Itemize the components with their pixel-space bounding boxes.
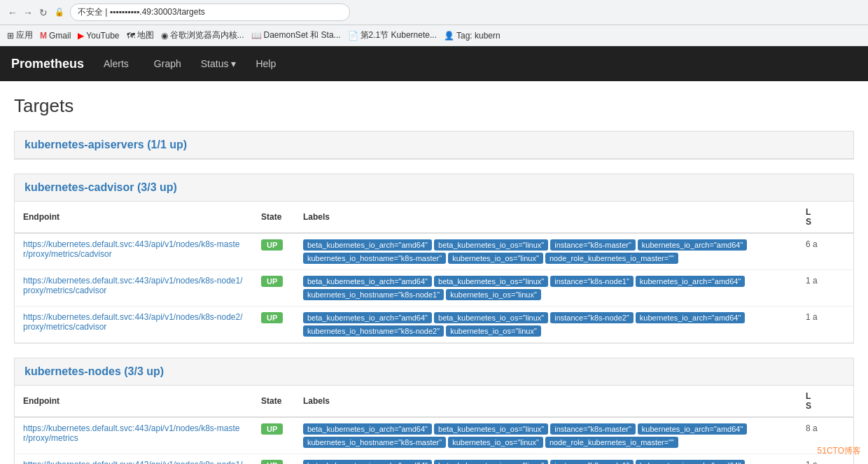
table-row: https://kubernetes.default.svc:443/api/v… bbox=[15, 307, 853, 343]
label-badge: beta_kubernetes_io_arch="amd64" bbox=[303, 423, 432, 435]
label-badge: beta_kubernetes_io_arch="amd64" bbox=[303, 276, 432, 287]
label-badge: beta_kubernetes_io_os="linux" bbox=[434, 276, 548, 287]
endpoint-link[interactable]: https://kubernetes.default.svc:443/api/v… bbox=[23, 239, 240, 259]
table-row: https://kubernetes.default.svc:443/api/v… bbox=[15, 417, 853, 454]
group-header-cadvisor: kubernetes-cadvisor (3/3 up) bbox=[15, 174, 853, 202]
label-container: beta_kubernetes_io_arch="amd64"beta_kube… bbox=[303, 276, 789, 300]
label-badge: kubernetes_io_hostname="k8s-node1" bbox=[303, 289, 444, 300]
col-header-endpoint-nodes: Endpoint bbox=[15, 386, 253, 417]
label-badge: instance="k8s-node1" bbox=[550, 460, 634, 464]
group-header-nodes: kubernetes-nodes (3/3 up) bbox=[15, 358, 853, 386]
book-icon: 📖 bbox=[251, 31, 262, 41]
bookmark-apps[interactable]: ⊞ 应用 bbox=[7, 29, 33, 41]
last-scrape: 1 a bbox=[797, 270, 853, 307]
status-badge: UP bbox=[261, 460, 283, 464]
table-row: https://kubernetes.default.svc:443/api/v… bbox=[15, 454, 853, 465]
label-badge: beta_kubernetes_io_arch="amd64" bbox=[303, 460, 432, 464]
browser-bar: ← → ↻ 🔓 不安全 | ▪▪▪▪▪▪▪▪▪▪.49:30003/target… bbox=[0, 0, 868, 25]
apps-icon: ⊞ bbox=[7, 31, 14, 41]
endpoint-link[interactable]: https://kubernetes.default.svc:443/api/v… bbox=[23, 460, 243, 464]
col-header-labels: Labels bbox=[295, 202, 797, 233]
label-badge: instance="k8s-master" bbox=[550, 423, 636, 435]
label-badge: instance="k8s-master" bbox=[550, 239, 636, 251]
label-badge: instance="k8s-node1" bbox=[550, 276, 634, 287]
group-title-apiservers[interactable]: kubernetes-apiservers (1/1 up) bbox=[24, 139, 187, 150]
bookmark-k8s[interactable]: 📄 第2.1节 Kubernete... bbox=[348, 29, 437, 41]
label-badge: beta_kubernetes_io_arch="amd64" bbox=[303, 239, 432, 251]
label-container: beta_kubernetes_io_arch="amd64"beta_kube… bbox=[303, 239, 789, 264]
label-badge: kubernetes_io_os="linux" bbox=[446, 289, 541, 300]
youtube-icon: ▶ bbox=[78, 31, 84, 41]
doc-icon: 📄 bbox=[348, 31, 358, 41]
bookmarks-bar: ⊞ 应用 M Gmail ▶ YouTube 🗺 地图 ◉ 谷歌浏览器高内核..… bbox=[0, 25, 868, 46]
target-group-nodes: kubernetes-nodes (3/3 up) Endpoint State… bbox=[14, 358, 854, 464]
bookmark-youtube[interactable]: ▶ YouTube bbox=[78, 31, 119, 41]
target-group-apiservers: kubernetes-apiservers (1/1 up) bbox=[14, 131, 854, 160]
page-title: Targets bbox=[14, 95, 854, 117]
navbar: Prometheus Alerts Graph Status ▾ Help bbox=[0, 46, 868, 81]
last-scrape: 1 a bbox=[797, 307, 853, 343]
label-badge: beta_kubernetes_io_os="linux" bbox=[434, 312, 548, 323]
group-title-cadvisor[interactable]: kubernetes-cadvisor (3/3 up) bbox=[24, 181, 177, 193]
bookmark-maps[interactable]: 🗺 地图 bbox=[127, 29, 154, 41]
navbar-brand: Prometheus bbox=[11, 57, 84, 71]
group-header-apiservers: kubernetes-apiservers (1/1 up) bbox=[15, 132, 853, 159]
label-container: beta_kubernetes_io_arch="amd64"beta_kube… bbox=[303, 460, 789, 464]
chrome-icon: ◉ bbox=[161, 31, 168, 41]
nav-status[interactable]: Status ▾ bbox=[201, 58, 237, 69]
url-bar[interactable]: 不安全 | ▪▪▪▪▪▪▪▪▪▪.49:30003/targets bbox=[70, 3, 350, 21]
nav-alerts[interactable]: Alerts bbox=[98, 48, 134, 79]
bookmark-chrome[interactable]: ◉ 谷歌浏览器高内核... bbox=[161, 29, 244, 41]
status-badge: UP bbox=[261, 239, 283, 251]
bookmark-daemonset[interactable]: 📖 DaemonSet 和 Sta... bbox=[251, 29, 341, 41]
forward-button[interactable]: → bbox=[22, 7, 34, 18]
status-badge: UP bbox=[261, 312, 283, 323]
col-header-labels-nodes: Labels bbox=[295, 386, 797, 417]
status-badge: UP bbox=[261, 423, 283, 435]
dropdown-chevron-icon: ▾ bbox=[231, 58, 236, 69]
label-badge: kubernetes_io_hostname="k8s-node2" bbox=[303, 325, 444, 337]
group-title-nodes[interactable]: kubernetes-nodes (3/3 up) bbox=[24, 365, 164, 377]
gmail-icon: M bbox=[40, 31, 47, 41]
reload-button[interactable]: ↻ bbox=[38, 7, 49, 18]
maps-icon: 🗺 bbox=[127, 31, 135, 41]
label-container: beta_kubernetes_io_arch="amd64"beta_kube… bbox=[303, 312, 789, 337]
table-row: https://kubernetes.default.svc:443/api/v… bbox=[15, 233, 853, 270]
status-badge: UP bbox=[261, 276, 283, 287]
col-header-last: LS bbox=[797, 202, 853, 233]
nav-graph[interactable]: Graph bbox=[148, 48, 187, 79]
table-row: https://kubernetes.default.svc:443/api/v… bbox=[15, 270, 853, 307]
label-badge: beta_kubernetes_io_os="linux" bbox=[434, 460, 548, 464]
label-badge: beta_kubernetes_io_arch="amd64" bbox=[303, 312, 432, 323]
page-content: Targets kubernetes-apiservers (1/1 up) k… bbox=[0, 81, 868, 464]
col-header-last-nodes: LS bbox=[797, 386, 853, 417]
label-badge: kubernetes_io_arch="amd64" bbox=[638, 423, 748, 435]
nav-help[interactable]: Help bbox=[250, 48, 281, 79]
bookmark-gmail[interactable]: M Gmail bbox=[40, 31, 71, 41]
nodes-table: Endpoint State Labels LS https://kuberne… bbox=[15, 386, 853, 464]
label-badge: node_role_kubernetes_io_master="" bbox=[545, 253, 678, 264]
back-button[interactable]: ← bbox=[7, 7, 18, 18]
target-group-cadvisor: kubernetes-cadvisor (3/3 up) Endpoint St… bbox=[14, 174, 854, 344]
label-badge: kubernetes_io_hostname="k8s-master" bbox=[303, 253, 446, 264]
watermark: 51CTO博客 bbox=[818, 445, 861, 457]
label-badge: kubernetes_io_arch="amd64" bbox=[636, 312, 746, 323]
label-badge: kubernetes_io_hostname="k8s-master" bbox=[303, 437, 446, 448]
label-badge: kubernetes_io_arch="amd64" bbox=[636, 276, 746, 287]
label-badge: beta_kubernetes_io_os="linux" bbox=[434, 423, 548, 435]
endpoint-link[interactable]: https://kubernetes.default.svc:443/api/v… bbox=[23, 312, 243, 332]
browser-controls: ← → ↻ bbox=[7, 7, 49, 18]
bookmark-tag[interactable]: 👤 Tag: kubern bbox=[444, 31, 500, 41]
label-badge: kubernetes_io_arch="amd64" bbox=[636, 460, 746, 464]
label-container: beta_kubernetes_io_arch="amd64"beta_kube… bbox=[303, 423, 789, 448]
security-icon: 🔓 bbox=[55, 8, 64, 17]
endpoint-link[interactable]: https://kubernetes.default.svc:443/api/v… bbox=[23, 276, 243, 295]
endpoint-link[interactable]: https://kubernetes.default.svc:443/api/v… bbox=[23, 423, 240, 443]
col-header-endpoint: Endpoint bbox=[15, 202, 253, 233]
label-badge: beta_kubernetes_io_os="linux" bbox=[434, 239, 548, 251]
label-badge: kubernetes_io_os="linux" bbox=[448, 437, 543, 448]
label-badge: kubernetes_io_os="linux" bbox=[448, 253, 543, 264]
label-badge: node_role_kubernetes_io_master="" bbox=[545, 437, 678, 448]
label-badge: kubernetes_io_os="linux" bbox=[446, 325, 541, 337]
label-badge: instance="k8s-node2" bbox=[550, 312, 634, 323]
